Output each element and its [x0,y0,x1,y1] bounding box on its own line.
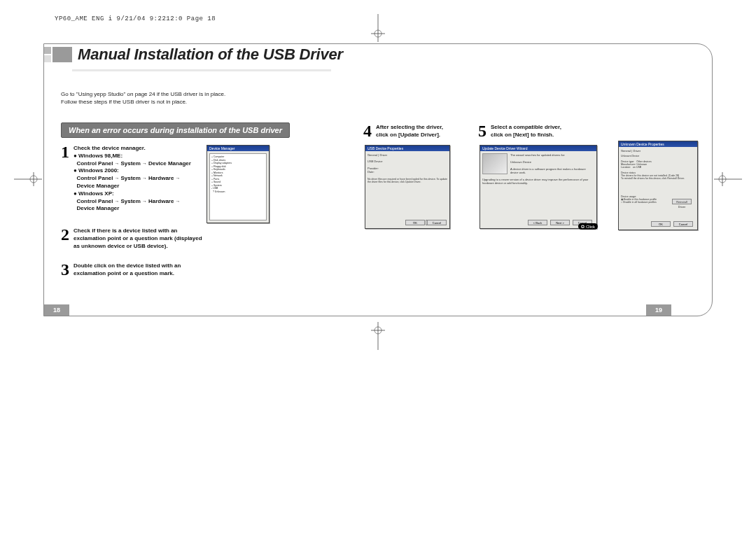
crop-mark-right [714,172,742,186]
step-2: 2 Check if there is a device listed with… [61,227,208,250]
screenshot-device-manager: Device Manager + Computer + Disk drives … [206,145,270,223]
path-seg: System [120,198,140,204]
step-1: 1 Check the device manager. ● Windows 98… [61,145,201,213]
window-titlebar: Update Device Driver Wizard [480,146,596,151]
click-callout: ✪ Click [578,223,598,230]
window-body: General | Driver Unknown DeviceDevice ty… [619,147,697,230]
cancel-button[interactable]: Cancel [427,220,447,225]
step-line: Select a compatible driver, [491,124,561,130]
window-body: General | Driver USB DeviceProvider:Date… [365,151,449,228]
step-number: 1 [61,145,69,160]
print-header: YP60_AME ENG i 9/21/04 9:2212:0 Page 18 [55,15,216,22]
step-line: After selecting the driver, [376,124,443,130]
crop-mark-top [371,14,385,42]
title-underline [72,69,331,71]
step-lead: Check the device manager. [74,145,146,151]
ok-button[interactable]: OK [651,221,671,227]
page-number-right: 19 [646,304,671,316]
path-seg: Device Manager [76,205,119,211]
path-seg: Control Panel [76,198,113,204]
page-spread: Manual Installation of the USB Driver Go… [43,43,713,316]
screenshot-usb-properties: USB Device Properties General | Driver U… [365,145,450,229]
window-titlebar: Device Manager [207,146,269,151]
step-number: 2 [61,227,69,243]
device-tree: + Computer + Disk drives + Display adapt… [209,153,267,220]
intro-line: Follow these steps if the USB driver is … [61,98,225,106]
step-body: Check the device manager. ● Windows 98,M… [74,145,191,213]
reinstall-driver-button[interactable]: Reinstall Driver [672,199,692,204]
step-text: Double click on the device listed with a… [74,262,181,276]
back-button[interactable]: < Back [528,220,547,225]
intro-text: Go to "Using yepp Studio" on page 24 if … [61,90,225,106]
path-seg: Device Manager [76,183,119,189]
cancel-button[interactable]: Cancel [673,221,693,227]
step-text: Check if there is a device listed with a… [74,227,202,249]
title-bar: Manual Installation of the USB Driver [44,43,343,66]
os-label: Windows 2000: [78,167,119,174]
intro-line: Go to "Using yepp Studio" on page 24 if … [61,90,225,98]
section-header: When an error occurs during installation… [61,122,290,138]
path-seg: Control Panel [76,160,113,167]
path-seg: Hardware [148,175,174,181]
os-label: Windows XP: [78,190,114,197]
window-body: The wizard searches for updated drivers … [480,151,596,228]
step-line: click on [Next] to finish. [491,132,554,138]
wizard-image-icon [482,153,507,174]
title-ornament-icon [44,43,74,66]
window-titlebar: USB Device Properties [365,146,449,151]
step-number: 4 [363,124,372,139]
step-4: 4 After selecting the driver, click on [… [363,124,468,139]
next-button[interactable]: Next > [550,220,570,225]
page-title: Manual Installation of the USB Driver [78,45,343,64]
step-line: click on [Update Driver]. [376,132,440,138]
page-number-left: 18 [44,304,69,316]
path-seg: Hardware [148,198,174,204]
step-3: 3 Double click on the device listed with… [61,262,208,278]
crop-mark-bottom [371,322,385,350]
screenshot-unknown-device: Unknown Device Properties General | Driv… [618,141,698,230]
os-label: Windows 98,ME: [78,153,122,159]
screenshot-driver-wizard: Update Device Driver Wizard The wizard s… [479,145,597,229]
path-seg: System [120,175,140,181]
step-5: 5 Select a compatible driver, click on [… [478,124,590,139]
step-number: 3 [61,262,69,278]
path-seg: Control Panel [76,175,113,181]
crop-mark-left [14,172,42,186]
window-titlebar: Unknown Device Properties [619,141,697,147]
path-seg: Device Manager [148,160,191,167]
ok-button[interactable]: OK [405,220,425,225]
step-number: 5 [478,124,486,139]
path-seg: System [120,160,140,167]
